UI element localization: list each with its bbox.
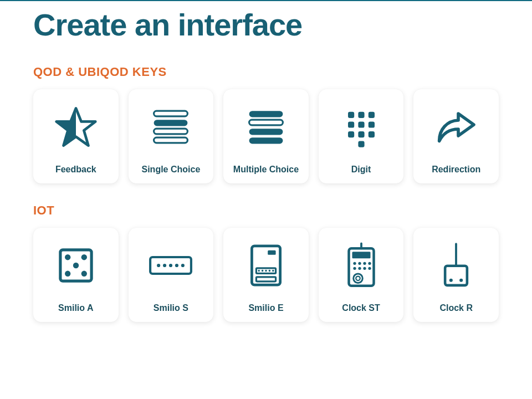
card-smilio-s[interactable]: Smilio S	[129, 228, 214, 322]
svg-point-21	[73, 263, 79, 268]
svg-rect-2	[154, 129, 188, 134]
card-label: Smilio S	[154, 303, 188, 313]
svg-rect-11	[348, 121, 354, 127]
svg-rect-14	[348, 131, 354, 137]
page-content: Create an interface QOD & UBIQOD KEYS Fe…	[0, 1, 532, 322]
section-title-iot: IOT	[33, 203, 499, 218]
card-multiple-choice[interactable]: Multiple Choice	[223, 89, 309, 183]
card-label: Smilio A	[58, 303, 93, 313]
svg-point-37	[272, 270, 274, 272]
svg-point-33	[258, 270, 260, 272]
svg-point-25	[157, 264, 160, 267]
svg-point-45	[368, 262, 371, 265]
card-label: Smilio E	[248, 303, 283, 313]
svg-rect-0	[154, 111, 188, 116]
svg-rect-31	[268, 250, 275, 255]
card-label: Redirection	[432, 165, 480, 175]
dice-five-icon	[33, 228, 119, 303]
card-label: Digit	[351, 165, 371, 175]
svg-point-29	[181, 264, 185, 267]
card-feedback[interactable]: Feedback	[33, 89, 119, 183]
card-label: Feedback	[55, 165, 96, 175]
svg-point-42	[353, 262, 356, 265]
svg-rect-53	[445, 266, 467, 285]
svg-point-54	[449, 279, 453, 282]
svg-rect-7	[249, 137, 283, 144]
card-digit[interactable]: Digit	[319, 89, 404, 183]
svg-point-36	[269, 270, 271, 272]
card-label: Single Choice	[141, 165, 200, 175]
page-title: Create an interface	[33, 7, 499, 43]
svg-point-43	[358, 262, 361, 265]
svg-rect-17	[358, 141, 364, 147]
card-label: Multiple Choice	[233, 165, 299, 175]
card-row-iot: Smilio A Smilio S	[33, 228, 499, 322]
card-clock-r[interactable]: Clock R	[413, 228, 499, 322]
svg-rect-8	[348, 112, 354, 118]
svg-point-19	[65, 254, 70, 260]
svg-point-55	[459, 279, 463, 282]
svg-rect-13	[368, 121, 374, 127]
card-clock-st[interactable]: Clock ST	[319, 228, 404, 322]
svg-point-35	[265, 270, 267, 272]
card-smilio-e[interactable]: Smilio E	[223, 228, 309, 322]
svg-rect-10	[368, 112, 374, 118]
multiple-choice-icon	[223, 89, 309, 165]
svg-point-47	[358, 267, 361, 270]
share-arrow-icon	[413, 89, 499, 165]
keypad-icon	[319, 89, 404, 165]
antenna-box-icon	[413, 228, 499, 303]
svg-rect-38	[256, 277, 275, 282]
section-title-qod: QOD & UBIQOD KEYS	[33, 65, 499, 79]
card-row-qod: Feedback Single Choice	[33, 89, 499, 183]
svg-point-50	[353, 274, 362, 283]
svg-point-28	[175, 264, 178, 267]
card-redirection[interactable]: Redirection	[413, 89, 499, 183]
svg-point-51	[356, 277, 360, 281]
svg-rect-6	[249, 129, 283, 135]
clock-panel-icon	[319, 228, 404, 303]
card-single-choice[interactable]: Single Choice	[129, 89, 214, 183]
svg-point-49	[368, 267, 371, 270]
svg-rect-41	[352, 252, 370, 258]
svg-point-22	[65, 271, 70, 277]
svg-point-27	[169, 264, 172, 267]
svg-point-20	[81, 254, 86, 260]
card-label: Clock ST	[342, 303, 380, 313]
svg-rect-16	[368, 131, 374, 137]
svg-rect-3	[154, 137, 188, 143]
svg-rect-4	[249, 111, 283, 117]
svg-point-26	[163, 264, 166, 267]
svg-rect-15	[358, 131, 364, 137]
svg-point-34	[262, 270, 264, 272]
svg-rect-5	[249, 120, 283, 125]
dots-row-icon	[129, 228, 214, 303]
svg-point-48	[363, 267, 366, 270]
star-half-icon	[33, 89, 119, 165]
svg-point-23	[81, 271, 86, 277]
svg-rect-1	[154, 120, 188, 126]
svg-point-46	[353, 267, 356, 270]
svg-rect-12	[358, 121, 364, 127]
svg-point-44	[363, 262, 366, 265]
svg-rect-9	[358, 112, 364, 118]
panel-device-icon	[223, 228, 309, 303]
single-choice-icon	[129, 89, 214, 165]
card-label: Clock R	[439, 303, 473, 313]
card-smilio-a[interactable]: Smilio A	[33, 228, 119, 322]
